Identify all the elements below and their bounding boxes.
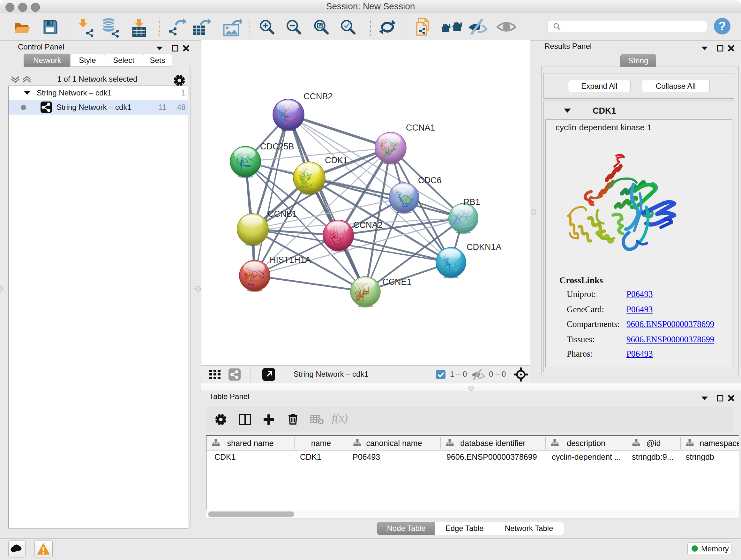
svg-text:CDKN1A: CDKN1A [467, 242, 502, 252]
svg-text:CCNA2: CCNA2 [353, 220, 383, 230]
svg-text:HIST1H1A: HIST1H1A [270, 255, 311, 265]
svg-text:RB1: RB1 [463, 197, 480, 207]
svg-text:CCNB1: CCNB1 [268, 209, 297, 219]
svg-text:CCNB2: CCNB2 [304, 91, 333, 101]
svg-text:CCNA1: CCNA1 [406, 123, 435, 132]
svg-text:CDC25B: CDC25B [260, 142, 294, 151]
svg-text:CCNE1: CCNE1 [382, 277, 412, 287]
svg-text:CDK1: CDK1 [325, 155, 348, 165]
svg-text:CDC6: CDC6 [418, 176, 442, 185]
